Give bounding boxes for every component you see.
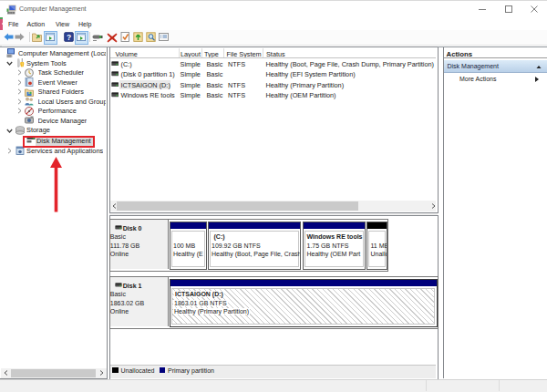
svg-text:?: ? <box>66 33 70 42</box>
